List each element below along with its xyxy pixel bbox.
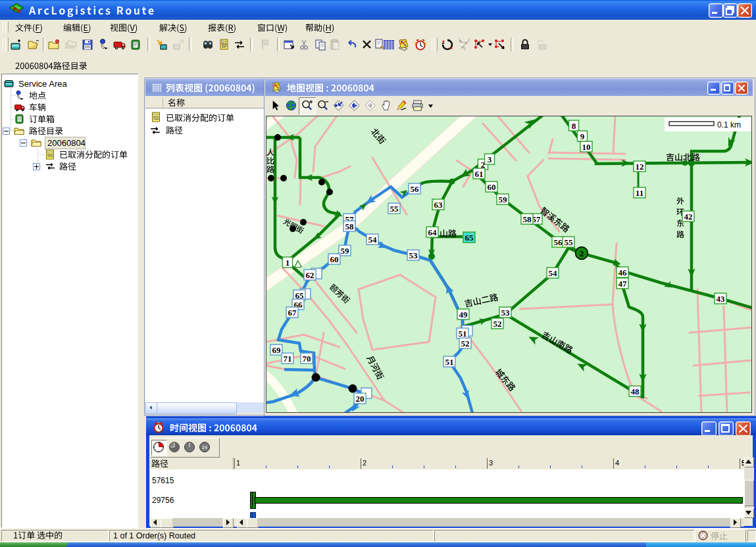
svg-text:52: 52 bbox=[493, 319, 502, 329]
svg-text:53: 53 bbox=[501, 308, 511, 318]
svg-text:9: 9 bbox=[580, 131, 585, 141]
svg-text:24: 24 bbox=[202, 445, 207, 450]
svg-text:12: 12 bbox=[636, 162, 644, 172]
svg-text:58: 58 bbox=[345, 222, 355, 231]
svg-text:1: 1 bbox=[286, 258, 290, 268]
svg-text:56: 56 bbox=[554, 237, 563, 247]
svg-text:20: 20 bbox=[356, 394, 365, 404]
svg-text:43: 43 bbox=[717, 294, 726, 304]
svg-text:59: 59 bbox=[499, 195, 508, 204]
svg-text:54: 54 bbox=[368, 235, 378, 245]
svg-text:53: 53 bbox=[409, 250, 418, 260]
svg-text:3: 3 bbox=[488, 155, 492, 164]
svg-text:63: 63 bbox=[434, 200, 443, 210]
svg-text:65: 65 bbox=[295, 291, 305, 300]
svg-text:58: 58 bbox=[523, 214, 532, 224]
svg-text:47: 47 bbox=[618, 279, 628, 289]
svg-text:64: 64 bbox=[428, 227, 438, 237]
svg-text:55: 55 bbox=[390, 204, 399, 214]
svg-text:69: 69 bbox=[272, 345, 282, 355]
svg-text:52: 52 bbox=[461, 339, 470, 348]
svg-text:56: 56 bbox=[411, 184, 420, 194]
svg-text:55: 55 bbox=[565, 237, 574, 247]
svg-text:46: 46 bbox=[618, 268, 628, 277]
svg-text:60: 60 bbox=[330, 254, 339, 264]
svg-text:62: 62 bbox=[306, 270, 315, 280]
svg-text:54: 54 bbox=[549, 268, 558, 278]
svg-text:3: 3 bbox=[464, 47, 466, 51]
svg-text:49: 49 bbox=[459, 310, 468, 320]
svg-text:51: 51 bbox=[445, 357, 454, 367]
svg-text:70: 70 bbox=[303, 354, 311, 364]
svg-text:2: 2 bbox=[468, 38, 470, 42]
svg-text:10: 10 bbox=[582, 142, 591, 152]
svg-text:0.1 km: 0.1 km bbox=[717, 120, 741, 130]
svg-text:8: 8 bbox=[572, 121, 576, 131]
svg-text:71: 71 bbox=[284, 354, 292, 364]
svg-text:48: 48 bbox=[631, 387, 640, 396]
svg-text:59: 59 bbox=[341, 246, 350, 256]
svg-text:60: 60 bbox=[488, 182, 496, 192]
svg-text:1: 1 bbox=[459, 38, 461, 41]
svg-text:2: 2 bbox=[580, 249, 584, 258]
svg-text:61: 61 bbox=[475, 169, 484, 179]
svg-text:11: 11 bbox=[636, 188, 643, 198]
svg-text:67: 67 bbox=[288, 308, 297, 318]
svg-text:42: 42 bbox=[684, 212, 693, 222]
svg-text:51: 51 bbox=[459, 329, 467, 339]
svg-text:65: 65 bbox=[465, 233, 474, 243]
